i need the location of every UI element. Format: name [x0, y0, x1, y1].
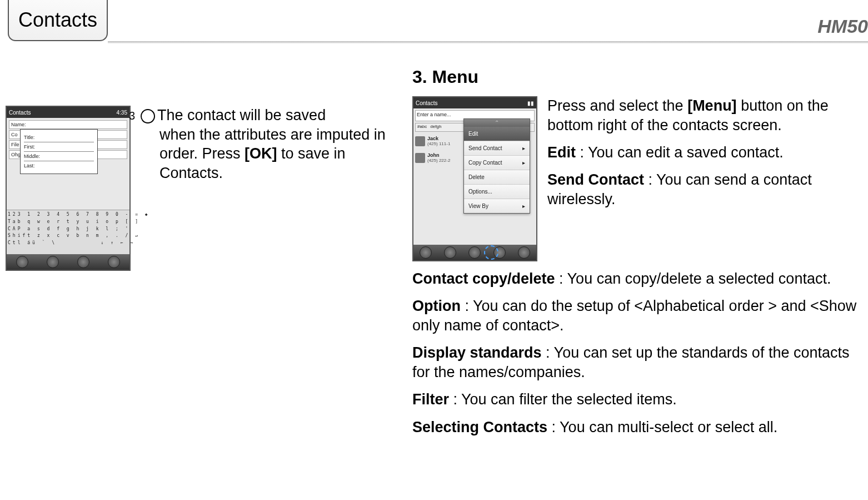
menu-item-edit: Edit: [464, 127, 530, 141]
def-send: Send Contact : You can send a contact wi…: [547, 170, 862, 209]
right-column: 3. Menu Contacts ▮▮ Enter a name... #abc…: [412, 67, 862, 437]
term-send: Send Contact: [547, 171, 644, 188]
menu-item-options: Options...: [464, 185, 530, 199]
kb-row5: Ctl áü ` \ ↓ ↑ ← →: [8, 240, 128, 247]
ss1-popup-first: First:: [24, 142, 94, 152]
menu-item-viewby: View By ▸: [464, 199, 530, 213]
kb-row4: Shift z x c v b n m , . / ↵: [8, 232, 128, 240]
chevron-right-icon: ▸: [522, 203, 525, 209]
keyboard-icon: [47, 256, 59, 268]
term-copydelete: Contact copy/delete: [412, 270, 555, 287]
term-option: Option: [412, 298, 461, 314]
menu-intro-and-defs: Press and select the [Menu] button on th…: [547, 96, 862, 209]
section-tab-label: Contacts: [18, 8, 97, 32]
chevron-right-icon: ▸: [522, 160, 525, 166]
desc-copydelete: : You can copy/delete a selected contact…: [555, 270, 831, 287]
term-edit: Edit: [547, 144, 576, 161]
intro-1: Press and select the: [547, 97, 687, 114]
ss2-status-icons: ▮▮: [527, 100, 534, 106]
menu-copy-label: Copy Contact: [468, 160, 502, 166]
ss1-popup-middle: Middle:: [24, 152, 94, 161]
step-3-text: 3The contact will be saved when the attr…: [141, 106, 400, 182]
term-display: Display standards: [412, 344, 542, 361]
menu-row: Contacts ▮▮ Enter a name... #abc defgh J…: [412, 96, 862, 261]
contact1-num: (425) 111-1: [427, 142, 450, 147]
menu-item-send: Send Contact ▸: [464, 141, 530, 156]
ss2-menu-popup: ⌃ Edit Send Contact ▸ Copy Contact ▸ Del…: [463, 118, 530, 214]
ss2-title: Contacts: [416, 100, 437, 106]
screenshot-contact-entry: Contacts 4:35 Name: Co File Ohgaq Title:…: [6, 106, 131, 271]
step3-ok: [OK]: [245, 145, 277, 162]
ss1-keyboard: 123 1 2 3 4 5 6 7 8 9 0 - = ◆ Tab q w e …: [7, 210, 129, 254]
ss2-body: Enter a name... #abc defgh Jack (425) 11…: [413, 108, 536, 245]
step3-line1: The contact will be saved: [157, 107, 326, 123]
desc-edit: : You can edit a saved contact.: [576, 144, 784, 161]
ss1-popup-title: Title:: [24, 133, 94, 142]
ss2-softkeys: [413, 245, 536, 260]
phone-icon: [444, 246, 456, 259]
section-tab: Contacts: [8, 0, 108, 41]
def-edit: Edit : You can edit a saved contact.: [547, 143, 862, 162]
def-filter: Filter : You can filter the selected ite…: [412, 390, 862, 409]
menu-icon: [77, 256, 89, 268]
def-copydelete: Contact copy/delete : You can copy/delet…: [412, 269, 862, 289]
intro-menu-bold: [Menu]: [687, 97, 736, 114]
contact2-num: (425) 222-2: [427, 159, 450, 164]
kb-row3: CAP a s d f g h j k l ; ': [8, 226, 128, 233]
menu-item-delete: Delete: [464, 170, 530, 185]
section-3-menu: 3. Menu: [412, 67, 862, 87]
menu-send-label: Send Contact: [468, 145, 502, 151]
model-label: HM50: [817, 16, 868, 37]
ok-icon: [108, 256, 120, 268]
close-icon: [518, 246, 530, 259]
term-selecting: Selecting Contacts: [412, 419, 547, 435]
contact-icon: [415, 136, 425, 146]
ss1-name-popup: Title: First: Middle: Last:: [20, 129, 98, 174]
kb-row1: 123 1 2 3 4 5 6 7 8 9 0 - = ◆: [8, 211, 128, 219]
ss1-softkeys: [7, 254, 129, 270]
menu-item-copy: Copy Contact ▸: [464, 156, 530, 170]
ss1-popup-last: Last:: [24, 161, 94, 170]
start-icon: [420, 246, 432, 259]
contact-icon: [415, 153, 425, 163]
header-rule: [108, 41, 868, 43]
menu-delete-label: Delete: [468, 174, 485, 180]
desc-option: : You can do the setup of <Alphabetical …: [412, 298, 856, 334]
def-selecting: Selecting Contacts : You can multi-selec…: [412, 418, 862, 437]
popup-handle-icon: ⌃: [464, 119, 530, 127]
ss1-titlebar: Contacts 4:35: [7, 107, 129, 118]
screenshot-contacts-menu: Contacts ▮▮ Enter a name... #abc defgh J…: [412, 96, 537, 261]
ss1-body: Name: Co File Ohgaq Title: First: Middle…: [7, 118, 129, 210]
menu-edit-label: Edit: [468, 131, 478, 137]
ss1-name-field: Name:: [9, 120, 127, 129]
keyboard-icon: [468, 246, 481, 259]
desc-filter: : You can filter the selected items.: [449, 391, 677, 408]
left-column: Contacts 4:35 Name: Co File Ohgaq Title:…: [6, 67, 400, 276]
term-filter: Filter: [412, 391, 449, 408]
ss2-titlebar: Contacts ▮▮: [413, 97, 536, 108]
desc-selecting: : You can multi-select or select all.: [547, 419, 777, 435]
highlight-circle-icon: [484, 245, 498, 260]
def-option: Option : You can do the setup of <Alphab…: [412, 296, 862, 335]
step-number-3: 3: [141, 109, 155, 123]
defs-continued: Contact copy/delete : You can copy/delet…: [412, 269, 862, 437]
kb-row2: Tab q w e r t y u i o p [ ]: [8, 219, 128, 226]
menu-options-label: Options...: [468, 189, 492, 195]
tab-defgh: defgh: [430, 124, 441, 131]
ss1-title: Contacts: [9, 110, 31, 116]
def-display: Display standards : You can set up the s…: [412, 343, 862, 382]
menu-viewby-label: View By: [468, 203, 488, 209]
step-3-row: Contacts 4:35 Name: Co File Ohgaq Title:…: [6, 106, 400, 271]
ss1-time: 4:35: [117, 110, 127, 116]
chevron-right-icon: ▸: [522, 145, 525, 151]
tab-abc: #abc: [417, 124, 427, 131]
start-icon: [16, 256, 28, 268]
